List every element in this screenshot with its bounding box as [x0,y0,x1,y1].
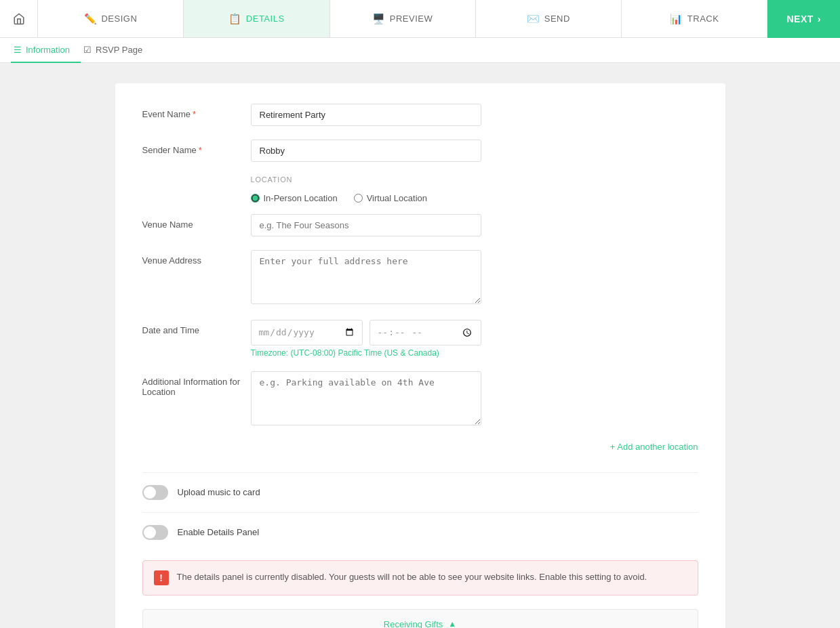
additional-info-row: Additional Information for Location [142,371,698,427]
additional-info-input[interactable] [251,371,481,425]
track-icon: 📊 [670,13,683,25]
rsvp-icon: ☑ [83,45,92,55]
chevron-up-icon: ▲ [448,619,456,628]
tab-send[interactable]: ✉️ SEND [476,0,622,37]
sender-name-label: Sender Name* [142,140,251,155]
inperson-option[interactable]: In-Person Location [251,193,338,203]
event-name-field [251,104,481,126]
upload-music-toggle[interactable] [142,485,168,500]
upload-music-label: Upload music to card [178,487,260,497]
venue-address-label: Venue Address [142,250,251,266]
event-name-row: Event Name* [142,104,698,126]
date-time-label: Date and Time [142,320,251,335]
date-time-row: Date and Time Timezone: (UTC-08:00) Paci… [142,320,698,358]
event-name-label: Event Name* [142,104,251,119]
time-input[interactable] [369,320,481,346]
preview-icon: 🖥️ [372,13,386,25]
enable-details-label: Enable Details Panel [178,527,260,537]
sender-name-field [251,140,481,162]
information-icon: ☰ [14,45,22,55]
location-section: LOCATION In-Person Location Virtual Loca… [142,175,698,427]
main-content: Event Name* Sender Name* LOCATION [0,63,840,628]
gifts-section: Receiving Gifts ▲ Gift Registry [142,609,698,628]
upload-music-slider [142,485,168,500]
top-nav: ✏️ DESIGN 📋 DETAILS 🖥️ PREVIEW ✉️ SEND 📊… [0,0,840,38]
subnav-rsvp[interactable]: ☑ RSVP Page [81,38,153,63]
tab-preview[interactable]: 🖥️ PREVIEW [330,0,476,37]
sender-name-row: Sender Name* [142,140,698,162]
datetime-inputs [251,320,481,346]
add-location-button[interactable]: + Add another location [610,442,698,452]
warning-icon: ! [154,570,169,585]
venue-address-field [251,250,481,306]
timezone-text: Timezone: (UTC-08:00) Pacific Time (US &… [251,348,481,358]
tab-details[interactable]: 📋 DETAILS [184,0,329,37]
location-label: LOCATION [251,175,428,184]
date-input[interactable] [251,320,363,346]
details-icon: 📋 [228,13,242,25]
tab-track[interactable]: 📊 TRACK [622,0,767,37]
venue-address-row: Venue Address [142,250,698,306]
location-options: In-Person Location Virtual Location [251,193,428,203]
venue-name-input[interactable] [251,214,481,236]
date-time-field: Timezone: (UTC-08:00) Pacific Time (US &… [251,320,481,358]
enable-details-toggle[interactable] [142,525,168,540]
enable-details-slider [142,525,168,540]
form-container: Event Name* Sender Name* LOCATION [115,83,725,628]
send-icon: ✉️ [527,13,540,25]
subnav-information[interactable]: ☰ Information [11,38,81,63]
location-header: LOCATION In-Person Location Virtual Loca… [142,175,698,203]
venue-name-label: Venue Name [142,214,251,230]
sender-name-input[interactable] [251,140,481,162]
event-name-input[interactable] [251,104,481,126]
venue-name-field [251,214,481,236]
design-icon: ✏️ [84,13,98,25]
upload-music-row: Upload music to card [142,472,698,512]
tab-design[interactable]: ✏️ DESIGN [38,0,184,37]
nav-tabs: ✏️ DESIGN 📋 DETAILS 🖥️ PREVIEW ✉️ SEND 📊… [38,0,767,37]
warning-box: ! The details panel is currently disable… [142,560,698,595]
enable-details-row: Enable Details Panel [142,512,698,552]
gifts-header[interactable]: Receiving Gifts ▲ [143,610,698,628]
sub-nav: ☰ Information ☑ RSVP Page [0,38,840,63]
warning-text: The details panel is currently disabled.… [177,570,647,584]
venue-address-input[interactable] [251,250,481,304]
gifts-header-text: Receiving Gifts [384,619,443,628]
add-location-section: + Add another location [142,441,698,452]
additional-info-field [251,371,481,427]
additional-info-label: Additional Information for Location [142,371,251,397]
next-button[interactable]: NEXT › [767,0,840,38]
virtual-radio[interactable] [354,194,363,203]
virtual-option[interactable]: Virtual Location [354,193,427,203]
inperson-radio[interactable] [251,194,260,203]
home-button[interactable] [0,0,38,38]
venue-name-row: Venue Name [142,214,698,236]
